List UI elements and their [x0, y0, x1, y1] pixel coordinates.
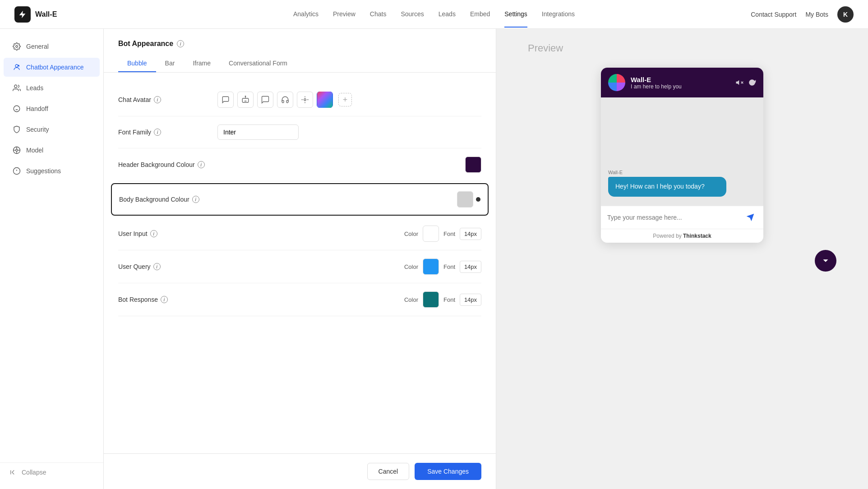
header-bg-info-icon[interactable]: i: [198, 161, 205, 168]
body-bg-control: [218, 191, 480, 208]
form-footer: Cancel Save Changes: [104, 453, 496, 489]
sidebar-item-general[interactable]: General: [4, 37, 100, 56]
bot-response-controls: Color Font 14px: [217, 291, 481, 308]
user-input-font-label: Font: [443, 231, 455, 237]
sidebar-label-leads: Leads: [26, 84, 43, 92]
avatar-option-custom[interactable]: [317, 92, 333, 108]
tab-leads[interactable]: Leads: [439, 1, 456, 28]
sidebar-collapse[interactable]: Collapse: [0, 462, 103, 482]
svg-point-6: [16, 149, 18, 152]
model-icon: [13, 146, 21, 154]
avatar-custom-image: [317, 92, 332, 108]
app-name: Wall-E: [35, 10, 57, 18]
chat-avatar-label: Chat Avatar i: [118, 96, 217, 103]
tab-bar[interactable]: Bar: [156, 55, 184, 72]
user-input-color-swatch[interactable]: [423, 226, 439, 242]
user-query-color-font: Color Font 14px: [404, 258, 481, 275]
sidebar-item-leads[interactable]: Leads: [4, 78, 100, 97]
font-info-icon[interactable]: i: [154, 129, 161, 136]
sidebar-item-handoff[interactable]: Handoff: [4, 99, 100, 118]
header-bg-color-swatch[interactable]: [465, 157, 481, 173]
user-query-color-swatch[interactable]: [423, 258, 439, 275]
chat-input-area: [601, 206, 763, 229]
chat-input[interactable]: [607, 214, 740, 221]
tab-conversational-form[interactable]: Conversational Form: [220, 55, 296, 72]
tab-preview[interactable]: Preview: [333, 1, 356, 28]
avatar-option-abstract[interactable]: [297, 92, 313, 108]
user-input-font-size[interactable]: 14px: [460, 228, 481, 240]
tab-embed[interactable]: Embed: [470, 1, 490, 28]
avatar-option-chat[interactable]: [257, 92, 273, 108]
chat-expand-button[interactable]: [815, 250, 836, 272]
avatar-options: [217, 92, 333, 108]
refresh-icon[interactable]: [748, 78, 756, 87]
tab-chats[interactable]: Chats: [370, 1, 387, 28]
user-input-info-icon[interactable]: i: [150, 230, 157, 237]
avatar-add-button[interactable]: +: [338, 93, 352, 106]
contact-support-link[interactable]: Contact Support: [751, 11, 796, 18]
cancel-button[interactable]: Cancel: [367, 463, 410, 480]
bot-response-color-swatch[interactable]: [423, 291, 439, 308]
user-query-font-size[interactable]: 14px: [460, 261, 481, 273]
bot-response-font-size[interactable]: 14px: [460, 294, 481, 306]
suggestions-icon: [13, 167, 21, 175]
sidebar: General Chatbot Appearance Leads: [0, 29, 104, 489]
bot-response-row: Bot Response i Color Font 14px: [118, 283, 481, 316]
sidebar-item-chatbot-appearance[interactable]: Chatbot Appearance: [4, 58, 100, 77]
user-avatar[interactable]: K: [837, 6, 854, 23]
font-family-input[interactable]: [217, 125, 299, 140]
tab-sources[interactable]: Sources: [401, 1, 424, 28]
sidebar-item-suggestions[interactable]: Suggestions: [4, 161, 100, 180]
body-bg-info-icon[interactable]: i: [192, 196, 199, 203]
app-logo: [14, 6, 31, 23]
tab-bubble[interactable]: Bubble: [118, 55, 156, 72]
chevron-down-icon: [821, 256, 831, 266]
chat-message-bubble: Hey! How can I help you today?: [608, 177, 726, 197]
avatar-option-headset[interactable]: [277, 92, 293, 108]
sidebar-label-handoff: Handoff: [26, 105, 48, 112]
bot-response-color-font: Color Font 14px: [404, 291, 481, 308]
avatar-info-icon[interactable]: i: [154, 96, 161, 103]
tab-analytics[interactable]: Analytics: [293, 1, 319, 28]
logo-area: Wall-E: [14, 6, 57, 23]
tab-iframe[interactable]: Iframe: [184, 55, 220, 72]
svg-marker-21: [747, 214, 754, 221]
robot-icon: [241, 96, 249, 104]
top-right: Contact Support My Bots K: [751, 6, 854, 23]
chat-send-button[interactable]: [743, 211, 757, 224]
bot-response-color-label: Color: [404, 296, 418, 303]
header-info-icon[interactable]: i: [177, 40, 184, 47]
tab-integrations[interactable]: Integrations: [542, 1, 575, 28]
collapse-icon: [9, 468, 17, 476]
chat-logo: [608, 74, 625, 91]
body-bg-color-swatch[interactable]: [457, 191, 473, 208]
sidebar-label-suggestions: Suggestions: [26, 167, 61, 175]
settings-header: Bot Appearance i: [104, 29, 496, 48]
appearance-icon: [13, 63, 21, 71]
topbar: Wall-E Analytics Preview Chats Sources L…: [0, 0, 868, 29]
send-icon: [746, 213, 755, 222]
font-control: [217, 125, 481, 140]
tab-settings[interactable]: Settings: [504, 1, 527, 28]
svg-point-3: [14, 85, 17, 88]
abstract-icon: [301, 96, 309, 104]
body-bg-dot: [476, 197, 480, 202]
avatar-option-robot[interactable]: [237, 92, 254, 108]
body-bg-label: Body Background Colour i: [119, 196, 218, 203]
chat-avatar-row: Chat Avatar i: [118, 83, 481, 116]
bot-response-info-icon[interactable]: i: [161, 296, 168, 303]
svg-rect-15: [242, 98, 249, 102]
header-bg-control: [217, 157, 481, 173]
my-bots-link[interactable]: My Bots: [805, 11, 828, 18]
avatar-option-speech[interactable]: [217, 92, 234, 108]
user-query-color-label: Color: [404, 263, 418, 270]
sidebar-item-model[interactable]: Model: [4, 141, 100, 160]
save-button[interactable]: Save Changes: [415, 463, 481, 480]
preview-title: Preview: [528, 42, 563, 54]
mute-icon[interactable]: [735, 78, 743, 87]
svg-point-4: [14, 106, 20, 112]
user-query-info-icon[interactable]: i: [153, 263, 161, 270]
sidebar-item-security[interactable]: Security: [4, 120, 100, 139]
preview-panel: Preview Wall-E I am here to help you: [496, 29, 868, 489]
user-query-label: User Query i: [118, 263, 217, 270]
